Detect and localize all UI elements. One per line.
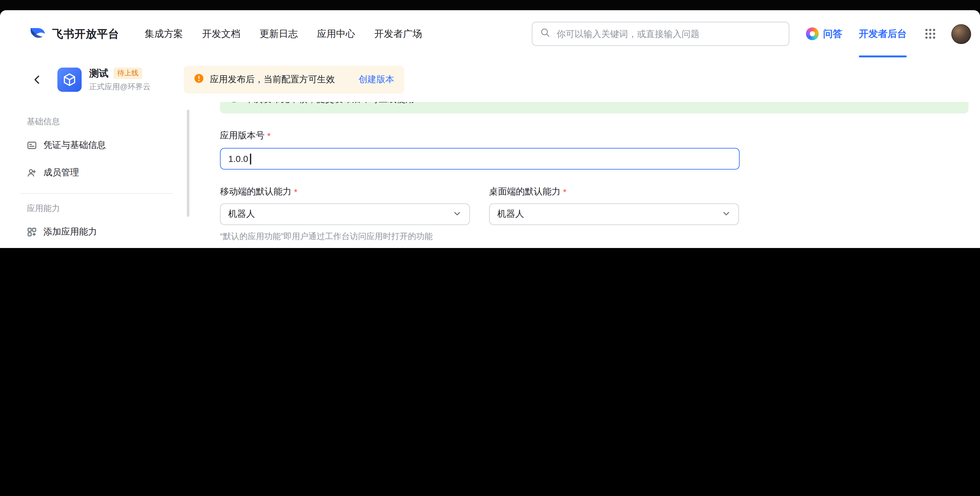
version-label-text: 应用版本号 xyxy=(220,130,265,141)
version-form: 应用版本号 * 移动端的默认能力 * xyxy=(220,130,740,248)
mobile-capability-label: 移动端的默认能力 * xyxy=(220,186,470,198)
status-badge: 待上线 xyxy=(113,68,142,79)
create-version-link[interactable]: 创建版本 xyxy=(358,74,394,86)
sidebar-item-label: 凭证与基础信息 xyxy=(43,140,106,151)
text-caret xyxy=(250,154,251,164)
sidebar-item-add-capability[interactable]: 添加应用能力 xyxy=(21,219,173,245)
add-capability-icon xyxy=(27,227,37,237)
warning-icon xyxy=(194,73,204,86)
publish-notice-banner: 应用发布后，当前配置方可生效 创建版本 xyxy=(184,66,404,94)
nav-item-app-center[interactable]: 应用中心 xyxy=(317,28,355,40)
required-asterisk: * xyxy=(563,187,566,197)
mobile-capability-label-text: 移动端的默认能力 xyxy=(220,186,291,198)
qa-entry[interactable]: 问答 xyxy=(806,27,842,40)
back-button[interactable] xyxy=(30,73,43,86)
credential-icon xyxy=(27,140,37,151)
qa-colorful-icon xyxy=(806,27,819,40)
app-window: 飞书开放平台 集成方案 开发文档 更新日志 应用中心 开发者广场 xyxy=(0,10,980,248)
success-banner: 本次发布免审核，提交发布后即可上线使用 xyxy=(220,102,969,113)
top-header: 飞书开放平台 集成方案 开发文档 更新日志 应用中心 开发者广场 xyxy=(0,10,980,57)
qa-label: 问答 xyxy=(823,28,842,40)
sidebar-item-members[interactable]: 成员管理 xyxy=(21,160,173,186)
members-icon xyxy=(27,168,37,178)
feishu-logo-icon xyxy=(29,24,46,44)
user-avatar[interactable] xyxy=(951,24,971,44)
sidebar-section-title: 应用能力 xyxy=(27,203,173,214)
sidebar-section-basic-info: 基础信息 凭证与基础信息 xyxy=(21,116,173,186)
sidebar-item-bot[interactable]: 机器人 xyxy=(21,247,173,248)
search-icon xyxy=(540,27,550,40)
sidebar-item-credentials[interactable]: 凭证与基础信息 xyxy=(21,133,173,158)
desktop-capability-value: 机器人 xyxy=(497,208,524,220)
sidebar-scrollbar[interactable] xyxy=(187,110,189,217)
success-banner-text: 本次发布免审核，提交发布后即可上线使用 xyxy=(245,102,414,105)
mobile-capability-value: 机器人 xyxy=(228,208,255,220)
developer-console-label: 开发者后台 xyxy=(859,28,907,40)
app-subheader: 测试 待上线 正式应用@环界云 应用发布后，当前配置方可生效 创建版本 xyxy=(0,57,980,102)
main-content: 本次发布免审核，提交发布后即可上线使用 应用版本号 * xyxy=(191,102,980,248)
nav-item-docs[interactable]: 开发文档 xyxy=(202,28,240,40)
required-asterisk: * xyxy=(267,131,270,141)
chevron-down-icon xyxy=(722,209,731,219)
notice-text: 应用发布后，当前配置方可生效 xyxy=(210,74,335,86)
screen: 飞书开放平台 集成方案 开发文档 更新日志 应用中心 开发者广场 xyxy=(0,0,980,248)
desktop-capability-label-text: 桌面端的默认能力 xyxy=(489,186,560,198)
app-subtitle: 正式应用@环界云 xyxy=(89,81,151,92)
primary-nav: 集成方案 开发文档 更新日志 应用中心 开发者广场 xyxy=(145,28,422,40)
tab-developer-console[interactable]: 开发者后台 xyxy=(859,10,907,57)
brand[interactable]: 飞书开放平台 xyxy=(29,24,119,44)
nav-item-integrations[interactable]: 集成方案 xyxy=(145,28,183,40)
app-meta: 测试 待上线 正式应用@环界云 xyxy=(89,67,151,92)
global-search[interactable] xyxy=(532,22,789,46)
sidebar: 基础信息 凭证与基础信息 xyxy=(0,102,191,248)
apps-grid-icon[interactable] xyxy=(922,25,939,42)
version-input-wrap xyxy=(220,148,740,170)
capability-hint: “默认的应用功能”即用户通过工作台访问应用时打开的功能 xyxy=(220,231,740,242)
desktop-capability-label: 桌面端的默认能力 * xyxy=(489,186,739,198)
required-asterisk: * xyxy=(294,187,298,197)
app-icon xyxy=(57,68,82,92)
sidebar-item-label: 成员管理 xyxy=(43,167,79,178)
sidebar-section-title: 基础信息 xyxy=(27,116,173,127)
chevron-down-icon xyxy=(453,209,461,219)
sidebar-item-label: 添加应用能力 xyxy=(43,226,97,238)
version-input[interactable] xyxy=(221,154,739,164)
sidebar-section-capabilities: 应用能力 添加应用能力 xyxy=(21,193,173,248)
nav-item-changelog[interactable]: 更新日志 xyxy=(259,28,298,40)
body: 基础信息 凭证与基础信息 xyxy=(0,102,980,248)
app-name: 测试 xyxy=(89,67,108,79)
desktop-capability-select[interactable]: 机器人 xyxy=(489,203,739,225)
mobile-capability-select[interactable]: 机器人 xyxy=(220,203,470,225)
nav-item-dev-community[interactable]: 开发者广场 xyxy=(374,28,422,40)
window-top-bar xyxy=(0,0,980,10)
search-input[interactable] xyxy=(555,28,781,40)
version-label: 应用版本号 * xyxy=(220,130,740,141)
success-check-icon xyxy=(229,102,239,106)
brand-name: 飞书开放平台 xyxy=(52,27,119,41)
